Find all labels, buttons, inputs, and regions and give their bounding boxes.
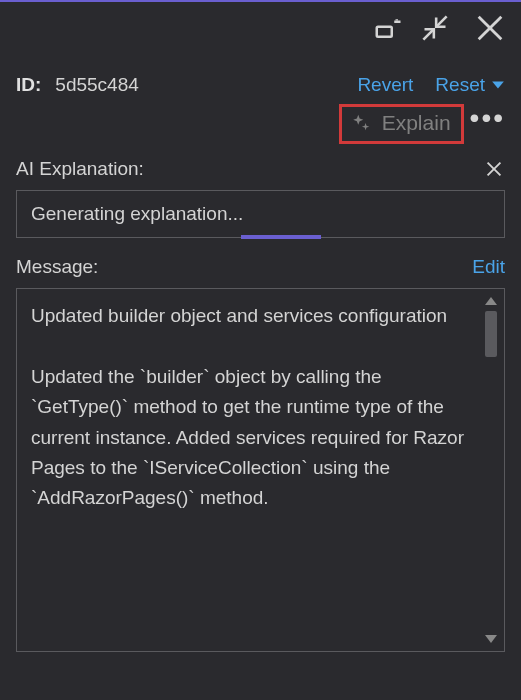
scroll-thumb[interactable]	[485, 311, 497, 357]
message-text: Updated builder object and services conf…	[31, 301, 478, 514]
id-value: 5d55c484	[55, 74, 138, 96]
ai-explanation-label: AI Explanation:	[16, 158, 144, 180]
message-label: Message:	[16, 256, 98, 278]
edit-link[interactable]: Edit	[472, 256, 505, 278]
id-label: ID:	[16, 74, 41, 96]
reset-dropdown[interactable]: Reset	[435, 74, 505, 96]
reset-label: Reset	[435, 74, 485, 96]
svg-rect-0	[377, 27, 392, 37]
chevron-down-icon	[491, 78, 505, 92]
collapse-arrow-icon[interactable]	[421, 14, 449, 42]
dock-panel-icon[interactable]	[373, 13, 403, 43]
explain-button[interactable]: Explain	[339, 104, 464, 144]
more-options-icon[interactable]: •••	[470, 111, 505, 125]
explain-label: Explain	[382, 111, 451, 135]
explain-row: Explain •••	[16, 104, 505, 144]
svg-line-4	[423, 29, 434, 39]
ai-explanation-field: Generating explanation...	[16, 190, 505, 238]
close-window-icon[interactable]	[473, 11, 507, 45]
close-explanation-icon[interactable]	[483, 158, 505, 180]
title-bar	[0, 2, 521, 54]
scroll-down-icon[interactable]	[485, 635, 497, 643]
message-header: Message: Edit	[16, 256, 505, 278]
ai-status-text: Generating explanation...	[31, 203, 243, 225]
progress-indicator	[241, 235, 321, 239]
panel-content: ID: 5d55c484 Revert Reset Explain ••• AI…	[0, 54, 521, 652]
sparkle-icon	[350, 112, 372, 134]
ai-explanation-header: AI Explanation:	[16, 158, 505, 180]
commit-id-row: ID: 5d55c484 Revert Reset	[16, 74, 505, 96]
revert-link[interactable]: Revert	[357, 74, 413, 96]
message-box[interactable]: Updated builder object and services conf…	[16, 288, 505, 652]
svg-line-3	[436, 16, 447, 26]
scroll-up-icon[interactable]	[485, 297, 497, 305]
scrollbar[interactable]	[482, 295, 500, 645]
svg-marker-7	[492, 82, 504, 89]
